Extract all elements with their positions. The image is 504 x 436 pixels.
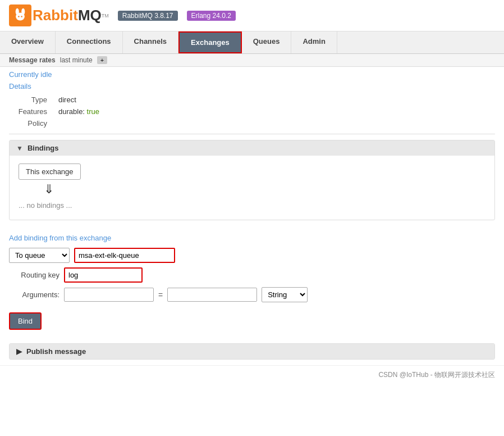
nav-item-channels[interactable]: Channels [123,31,179,53]
erlang-badge: Erlang 24.0.2 [187,11,236,21]
bind-button-row: Bind [9,307,495,333]
policy-label: Policy [9,117,54,129]
rates-toggle-button[interactable]: + [97,56,107,64]
bindings-panel-header[interactable]: ▼ Bindings [10,140,494,156]
details-table: Type direct Features durable: true Polic… [9,94,495,129]
routing-key-input[interactable] [64,267,143,283]
publish-message-panel: ▶ Publish message [9,343,495,360]
publish-panel-header[interactable]: ▶ Publish message [10,344,494,359]
details-type-row: Type direct [9,94,495,106]
svg-point-2 [21,8,25,15]
logo-icon [9,4,31,26]
version-badge: RabbitMQ 3.8.17 [118,11,178,21]
bindings-panel-body: This exchange ⇓ ... no bindings ... [10,156,494,220]
message-rates-label: Message rates [9,56,56,64]
message-rates-bar: Message rates last minute + [0,54,504,67]
durable-value: true [87,107,99,116]
arguments-row: Arguments: = String Number Boolean [9,287,495,302]
rabbit-icon [12,7,28,22]
header: RabbitMQTM RabbitMQ 3.8.17 Erlang 24.0.2 [0,0,504,31]
svg-point-4 [21,16,22,17]
policy-value [54,117,495,129]
down-arrow-icon: ⇓ [19,180,79,199]
nav-item-overview[interactable]: Overview [0,31,56,53]
bindings-panel: ▼ Bindings This exchange ⇓ ... no bindin… [9,140,495,220]
details-heading: Details [9,80,495,94]
main-content: Currently idle Details Type direct Featu… [0,67,504,360]
nav-item-exchanges[interactable]: Exchanges [178,31,242,53]
status-idle: Currently idle [9,67,495,80]
footer-text: CSDN @IoTHub - 物联网开源技术社区 [378,371,495,379]
svg-point-3 [18,16,20,17]
publish-heading: Publish message [26,347,86,356]
bindings-heading: Bindings [28,144,59,152]
bind-button[interactable]: Bind [9,312,42,330]
details-features-row: Features durable: true [9,106,495,117]
nav-item-queues[interactable]: Queues [242,31,292,53]
nav-item-admin[interactable]: Admin [291,31,337,53]
queue-name-input[interactable] [74,248,175,263]
svg-point-1 [16,8,19,15]
logo: RabbitMQTM [9,4,109,26]
destination-type-select[interactable]: To queue To exchange [9,248,70,263]
details-policy-row: Policy [9,117,495,129]
this-exchange-button: This exchange [19,164,81,180]
bindings-arrow-icon: ▼ [16,144,23,152]
divider [9,134,495,134]
equals-sign: = [158,290,163,299]
message-rates-sublabel: last minute [60,56,93,64]
routing-key-label: Routing key [9,271,59,279]
type-label: Type [9,94,54,106]
features-value: durable: true [54,106,495,117]
publish-arrow-icon: ▶ [16,347,22,356]
argument-type-select[interactable]: String Number Boolean [262,287,308,302]
arguments-label: Arguments: [9,290,59,299]
binding-destination-row: To queue To exchange [9,248,495,263]
type-value: direct [54,94,495,106]
nav-bar: Overview Connections Channels Exchanges … [0,31,504,54]
argument-key-input[interactable] [64,288,154,302]
add-binding-section: Add binding from this exchange To queue … [9,226,495,338]
features-label: Features [9,106,54,117]
brand-name: RabbitMQTM [33,7,109,24]
no-bindings-text: ... no bindings ... [19,199,485,212]
footer: CSDN @IoTHub - 物联网开源技术社区 [0,365,504,384]
routing-key-row: Routing key [9,267,495,283]
durable-label: durable: [58,107,87,116]
argument-value-input[interactable] [167,288,257,302]
nav-item-connections[interactable]: Connections [56,31,123,53]
add-binding-title: Add binding from this exchange [9,234,495,242]
